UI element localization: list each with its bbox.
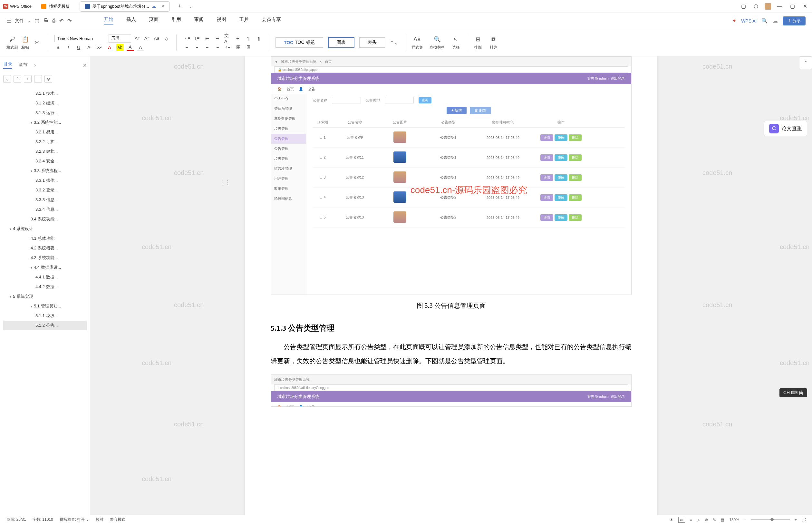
outline-tab-toc[interactable]: 目录	[3, 61, 12, 69]
zoom-in-icon[interactable]: +	[795, 518, 797, 522]
font-color-button[interactable]: A	[106, 44, 113, 51]
tab-tools[interactable]: 工具	[239, 16, 249, 25]
align-center-button[interactable]: ≡	[193, 43, 200, 50]
paper-check-button[interactable]: C 论文查重	[764, 121, 807, 136]
tab-member[interactable]: 会员专享	[262, 16, 281, 25]
tab-page[interactable]: 页面	[149, 16, 159, 25]
line-spacing-button[interactable]: ↕≡	[224, 43, 231, 50]
arrange-button[interactable]: ⧉排列	[489, 35, 498, 50]
tab-add-button[interactable]: +	[178, 3, 181, 10]
outline-item[interactable]: 3.2.3 健壮...	[3, 147, 87, 156]
remove-item-icon[interactable]: −	[34, 75, 42, 83]
bullets-button[interactable]: ⋮≡	[183, 35, 190, 42]
wps-ai-button[interactable]: WPS AI	[741, 18, 757, 23]
numbering-button[interactable]: 1≡	[193, 35, 200, 42]
outline-item[interactable]: 3.1.3 运行...	[3, 108, 87, 118]
format-brush-button[interactable]: 🖌格式刷	[6, 35, 18, 50]
expand-icon[interactable]: ▾	[10, 227, 11, 231]
expand-icon[interactable]: ▾	[31, 121, 32, 125]
outline-item[interactable]: 3.3.4 信息...	[3, 204, 87, 214]
search-icon[interactable]: 🔍	[761, 18, 768, 24]
zoom-level[interactable]: 130%	[729, 518, 739, 522]
word-count[interactable]: 字数: 11010	[33, 517, 53, 522]
close-icon[interactable]: ✕	[801, 3, 809, 10]
tab-close-icon[interactable]: ✕	[161, 4, 165, 9]
view-outline-icon[interactable]: ≡	[690, 518, 692, 522]
align-right-button[interactable]: ≡	[204, 43, 211, 50]
document-viewport[interactable]: ◄ 城市垃圾分类管理系统 × 首页 🔒 localhost:8080/#/pnj…	[90, 56, 812, 516]
menu-icon[interactable]: ☰	[6, 18, 11, 24]
decrease-indent-button[interactable]: ⇤	[204, 35, 211, 42]
cube-icon[interactable]: ⬡	[752, 3, 760, 10]
outline-item[interactable]: 3.2.4 安全...	[3, 156, 87, 166]
outline-item[interactable]: ▾4 系统设计	[3, 224, 87, 234]
tab-document-active[interactable]: 基于springboot的城市垃圾分... ☁ ✕	[80, 1, 170, 12]
tab-templates[interactable]: 找稻壳模板	[36, 2, 75, 11]
highlight-button[interactable]: ab	[116, 44, 123, 51]
bold-button[interactable]: B	[54, 44, 62, 51]
avatar-icon[interactable]	[765, 3, 771, 10]
proofread-status[interactable]: 校对	[96, 517, 103, 522]
font-family-select[interactable]: Times New Roman	[54, 35, 106, 42]
redo-icon[interactable]: ↷	[67, 18, 71, 24]
increase-font-icon[interactable]: A⁺	[134, 35, 141, 42]
outline-item[interactable]: 3.1.1 技术...	[3, 88, 87, 98]
expand-icon[interactable]: ▾	[31, 169, 32, 173]
chevron-down-icon[interactable]: ⌄	[28, 19, 31, 23]
cut-button[interactable]: ✂	[32, 38, 41, 47]
tab-reference[interactable]: 引用	[171, 16, 181, 25]
clear-format-icon[interactable]: ◇	[163, 35, 170, 42]
find-replace-button[interactable]: 🔍查找替换	[430, 35, 445, 50]
share-button[interactable]: ⇪ 分享	[783, 16, 806, 26]
align-left-button[interactable]: ≡	[183, 43, 190, 50]
paragraph-icon[interactable]: ¶	[245, 35, 252, 42]
page-indicator[interactable]: 页面: 25/31	[6, 517, 26, 522]
outline-settings-icon[interactable]: ⊙	[45, 75, 52, 83]
tab-view[interactable]: 视图	[217, 16, 226, 25]
file-menu-button[interactable]: 文件	[15, 18, 24, 24]
tab-review[interactable]: 审阅	[194, 16, 204, 25]
layout-button[interactable]: ⊞排版	[474, 35, 483, 50]
collapse-icon[interactable]: ⌄	[3, 75, 11, 83]
view-read-icon[interactable]: ▷	[697, 518, 700, 522]
tab-start[interactable]: 开始	[104, 16, 113, 25]
new-doc-icon[interactable]: ▢	[34, 18, 39, 24]
expand-icon[interactable]: ▾	[31, 266, 32, 269]
shading-button[interactable]: ▦	[235, 43, 242, 50]
tab-dropdown-icon[interactable]: ⌄	[189, 4, 192, 9]
decrease-font-icon[interactable]: A⁻	[144, 35, 150, 42]
paste-button[interactable]: 📋粘贴	[21, 35, 30, 50]
outline-item[interactable]: 3.1.2 经济...	[3, 98, 87, 108]
text-color-button[interactable]: A	[127, 44, 134, 51]
outline-item[interactable]: 4.1 总体功能	[3, 234, 87, 243]
style-nav-icon[interactable]: ⌃⌄	[390, 39, 398, 46]
outline-nav-icon[interactable]: ›	[34, 62, 36, 68]
view-eye-icon[interactable]: 👁	[669, 518, 674, 522]
show-marks-icon[interactable]: ¶	[255, 35, 262, 42]
outline-item[interactable]: 3.2.2 可扩...	[3, 137, 87, 147]
cloud-sync-icon[interactable]: ☁	[773, 18, 778, 24]
outline-item[interactable]: 4.4.1 数据...	[3, 272, 87, 282]
outline-item[interactable]: ▾3.3 系统流程...	[3, 166, 87, 176]
outline-item[interactable]: ▾5 系统实现	[3, 292, 87, 301]
preview-icon[interactable]: ⎙	[52, 18, 55, 24]
view-page-icon[interactable]: ▭	[678, 517, 685, 523]
outline-item[interactable]: ▾5.1 管理员功...	[3, 301, 87, 311]
drag-handle-icon[interactable]: ⋮⋮	[219, 179, 231, 186]
outline-item[interactable]: 4.4.2 数据...	[3, 282, 87, 292]
style-set-button[interactable]: Aᴀ样式集	[412, 35, 423, 50]
underline-button[interactable]: U	[75, 44, 82, 51]
outline-item[interactable]: 3.2.1 易用...	[3, 127, 87, 137]
view-draft-icon[interactable]: ✎	[713, 518, 716, 522]
line-break-button[interactable]: ↵	[235, 35, 242, 42]
fullscreen-icon[interactable]: ⛶	[802, 518, 806, 522]
justify-button[interactable]: ≡	[214, 43, 221, 50]
borders-button[interactable]: ⊞	[245, 43, 252, 50]
outline-item[interactable]: 5.1.2 公告...	[3, 321, 87, 330]
collapse-panel-icon[interactable]: ⌃	[799, 56, 812, 69]
expand-icon[interactable]: ⌃	[14, 75, 21, 83]
window-layout-icon[interactable]: ▢	[740, 3, 747, 10]
outline-item[interactable]: 3.4 系统功能...	[3, 214, 87, 224]
style-chart[interactable]: 图表	[328, 37, 354, 48]
style-table-head[interactable]: 表头	[359, 37, 385, 48]
